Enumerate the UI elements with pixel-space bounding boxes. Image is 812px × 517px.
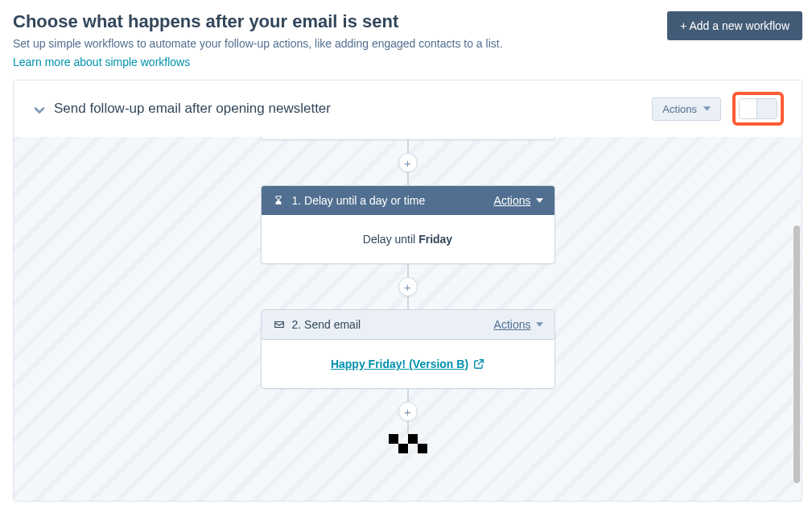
email-card-title: 2. Send email [292, 318, 361, 331]
add-step-button[interactable]: + [398, 402, 418, 421]
workflow-title: Send follow-up email after opening newsl… [54, 101, 331, 117]
page-title: Choose what happens after your email is … [13, 11, 503, 32]
scrollbar[interactable] [793, 225, 800, 483]
learn-more-link[interactable]: Learn more about simple workflows [13, 56, 190, 68]
panel-actions-label: Actions [662, 103, 697, 115]
workflow-panel: Send follow-up email after opening newsl… [13, 80, 802, 502]
hourglass-icon [273, 195, 284, 206]
page-subtitle: Set up simple workflows to automate your… [13, 37, 503, 50]
panel-actions-button[interactable]: Actions [652, 97, 721, 121]
workflow-enable-toggle[interactable] [739, 98, 777, 119]
add-step-button[interactable]: + [398, 153, 418, 172]
delay-card-title: 1. Delay until a day or time [292, 194, 426, 207]
external-link-icon [473, 358, 484, 370]
workflow-panel-header[interactable]: Send follow-up email after opening newsl… [14, 81, 802, 137]
add-step-button[interactable]: + [398, 277, 418, 296]
envelope-icon [273, 319, 284, 330]
workflow-canvas[interactable]: + 1. Delay until a day or time Actions [14, 137, 802, 501]
caret-down-icon [703, 106, 711, 111]
finish-flag-icon [389, 434, 427, 453]
email-card[interactable]: 2. Send email Actions Happy Friday! (Ver… [261, 309, 555, 389]
add-workflow-button[interactable]: + Add a new workflow [667, 11, 802, 40]
delay-actions-link[interactable]: Actions [494, 194, 543, 207]
email-link[interactable]: Happy Friday! (Version B) [331, 358, 484, 370]
delay-card[interactable]: 1. Delay until a day or time Actions Del… [261, 185, 555, 264]
chevron-down-icon [31, 102, 44, 115]
toggle-highlight [732, 92, 784, 126]
email-actions-link[interactable]: Actions [494, 318, 543, 331]
delay-card-body: Delay until Friday [262, 215, 554, 263]
